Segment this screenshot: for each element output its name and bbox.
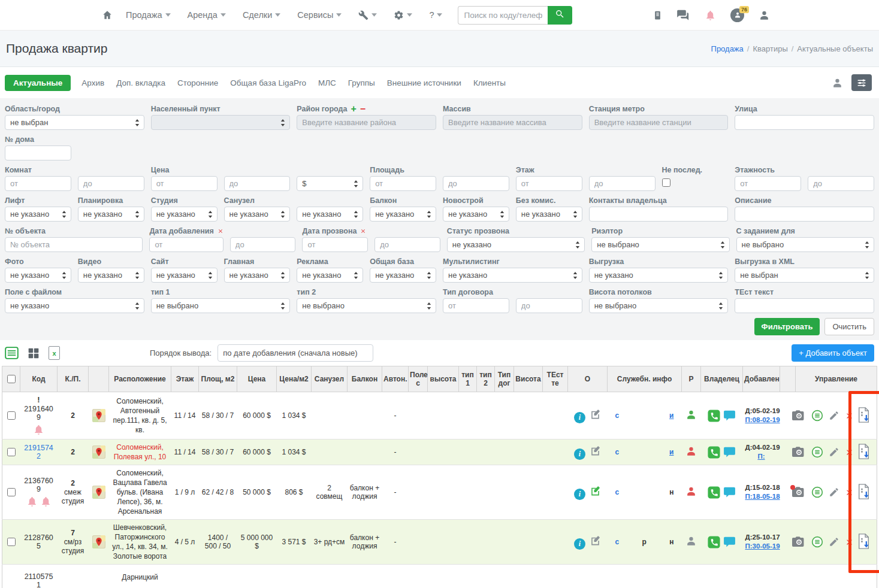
- nav-menu-wrench[interactable]: [358, 10, 377, 20]
- tab-Группы[interactable]: Группы: [347, 75, 376, 91]
- delete-icon[interactable]: [845, 488, 854, 497]
- row-checkbox[interactable]: [7, 411, 16, 420]
- chat-icon[interactable]: [723, 537, 736, 547]
- filter-input-Этажность[interactable]: [735, 176, 801, 191]
- export-doc-icon[interactable]: [857, 407, 870, 423]
- filter-select-Мультилистинг[interactable]: не указано: [443, 268, 582, 283]
- filter-input-Дата добавления[interactable]: [149, 237, 223, 252]
- phone-icon[interactable]: [708, 410, 720, 422]
- add-icon[interactable]: +: [351, 106, 356, 112]
- nav-menu-Сделки[interactable]: Сделки: [243, 10, 280, 20]
- row-checkbox[interactable]: [7, 448, 16, 456]
- export-doc-icon[interactable]: [857, 534, 870, 549]
- call-date-link[interactable]: П:18-05-18: [745, 492, 778, 501]
- filter-select-Сайт[interactable]: не указано: [151, 268, 218, 283]
- filter-select-unlabeled[interactable]: не указано: [297, 207, 363, 222]
- avatar[interactable]: 76: [730, 8, 744, 22]
- breadcrumb-item[interactable]: Продажа: [711, 44, 744, 53]
- filter-select-тип 2[interactable]: не выбрано: [297, 298, 436, 313]
- delete-icon[interactable]: [845, 411, 854, 420]
- nav-menu-Аренда[interactable]: Аренда: [188, 10, 226, 20]
- filter-input-Улица[interactable]: [735, 115, 874, 130]
- filter-input-до[interactable]: [224, 176, 291, 191]
- tab-Актуальные[interactable]: Актуальные: [5, 75, 71, 91]
- details-list-icon[interactable]: [811, 536, 823, 548]
- filter-input-ТЕст текст[interactable]: [735, 298, 874, 313]
- edit-icon[interactable]: [590, 535, 601, 546]
- tab-Клиенты[interactable]: Клиенты: [472, 75, 507, 91]
- filter-input-Станция метро[interactable]: [589, 115, 729, 130]
- owner-person-icon[interactable]: [685, 486, 697, 497]
- filter-input-до[interactable]: [443, 176, 509, 191]
- filter-input-Контакты владельца[interactable]: [589, 207, 729, 222]
- row-checkbox[interactable]: [7, 538, 16, 546]
- map-marker-icon[interactable]: [92, 445, 105, 459]
- filter-select-Фото[interactable]: не указано: [5, 268, 71, 283]
- filter-select-Статус прозвона[interactable]: не указано: [447, 237, 585, 252]
- filter-input-Комнат[interactable]: [5, 176, 71, 191]
- filter-select-Область/город[interactable]: не выбран: [5, 115, 144, 130]
- filter-input-Площадь[interactable]: [370, 176, 436, 191]
- call-date-link[interactable]: П:30-05-19: [745, 542, 778, 551]
- details-list-icon[interactable]: [811, 446, 823, 458]
- nav-menu-Сервисы[interactable]: Сервисы: [297, 10, 342, 20]
- chat-icon[interactable]: [723, 447, 736, 457]
- export-doc-icon[interactable]: [857, 444, 870, 459]
- filter-select-Выгрузка[interactable]: не указано: [589, 268, 729, 283]
- service-flag[interactable]: и: [669, 411, 673, 420]
- search-input[interactable]: [458, 6, 548, 25]
- filter-input-до[interactable]: [230, 237, 296, 252]
- messages-icon[interactable]: [676, 10, 690, 21]
- add-object-button[interactable]: + Добавить объект: [792, 344, 874, 362]
- clear-date-icon[interactable]: [218, 228, 223, 234]
- table-view-icon[interactable]: [5, 347, 19, 359]
- edit-object-icon[interactable]: [829, 537, 839, 547]
- nav-menu-gear[interactable]: [394, 10, 412, 20]
- filter-input-до[interactable]: [516, 298, 582, 313]
- export-doc-icon[interactable]: [857, 484, 870, 499]
- remove-icon[interactable]: −: [360, 106, 366, 112]
- search-button[interactable]: [548, 6, 572, 25]
- owner-person-icon[interactable]: [685, 445, 697, 457]
- filter-input-№ дома[interactable]: [5, 146, 71, 160]
- filter-select-unlabeled[interactable]: $: [297, 176, 363, 191]
- filter-input-№ объекта[interactable]: [5, 237, 143, 252]
- details-list-icon[interactable]: [811, 486, 823, 498]
- filter-input-Этаж[interactable]: [516, 176, 582, 191]
- object-code[interactable]: 21915742: [23, 444, 55, 460]
- edit-object-icon[interactable]: [829, 410, 839, 421]
- filter-select-Выгрузка в XML[interactable]: не выбран: [735, 268, 874, 283]
- delete-icon[interactable]: [845, 448, 854, 457]
- filter-select-тип 1[interactable]: не выбрано: [151, 298, 291, 313]
- select-all-checkbox[interactable]: [7, 375, 16, 383]
- filter-button[interactable]: Фильтровать: [754, 318, 820, 335]
- filter-select-Новострой[interactable]: не указано: [443, 207, 509, 222]
- tab-Общая база LigaPro[interactable]: Общая база LigaPro: [229, 75, 307, 91]
- filter-select-Лифт[interactable]: не указано: [5, 207, 71, 222]
- phone-icon[interactable]: [708, 486, 720, 499]
- info-icon[interactable]: i: [574, 489, 585, 500]
- photos-icon[interactable]: [792, 447, 806, 457]
- call-date-link[interactable]: П:08-02-19: [745, 416, 778, 425]
- filter-select-Санузел[interactable]: не указано: [224, 207, 291, 222]
- filter-select-Планировка[interactable]: не указано: [78, 207, 144, 222]
- edit-icon[interactable]: [590, 408, 601, 420]
- filter-select-Студия[interactable]: не указано: [151, 207, 218, 222]
- filter-input-Цена[interactable]: [151, 176, 218, 191]
- delete-icon[interactable]: [845, 538, 854, 547]
- filter-select-С заданием для[interactable]: не выбрано: [736, 237, 874, 252]
- clear-date-icon[interactable]: [360, 228, 366, 234]
- phone-icon[interactable]: [708, 536, 720, 548]
- tab-МЛС[interactable]: МЛС: [317, 75, 337, 91]
- tab-Архив[interactable]: Архив: [80, 75, 105, 91]
- filter-input-до[interactable]: [374, 237, 440, 252]
- filter-select-Населенный пункт[interactable]: [151, 115, 291, 130]
- notifications-bell-icon[interactable]: [705, 9, 716, 22]
- details-list-icon[interactable]: [811, 410, 823, 422]
- profile-icon[interactable]: [759, 10, 770, 21]
- row-checkbox[interactable]: [7, 488, 16, 496]
- excel-export-icon[interactable]: x: [49, 346, 60, 360]
- tab-Сторонние[interactable]: Сторонние: [176, 75, 219, 91]
- clear-button[interactable]: Очистить: [824, 318, 874, 335]
- filter-select-Балкон[interactable]: не указано: [370, 207, 436, 222]
